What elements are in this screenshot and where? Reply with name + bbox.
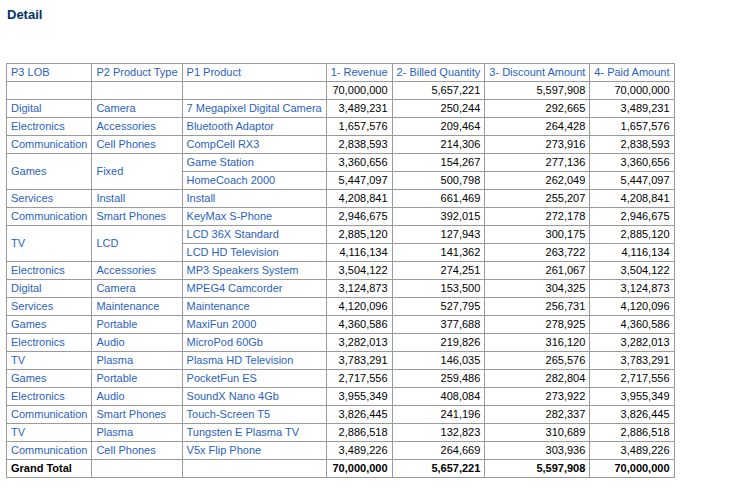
measure-cell: 265,576 bbox=[485, 352, 590, 370]
measure-cell: 661,469 bbox=[392, 190, 485, 208]
measure-cell: 2,886,518 bbox=[590, 424, 674, 442]
dimension-cell: MicroPod 60Gb bbox=[182, 334, 326, 352]
measure-cell: 5,447,097 bbox=[590, 172, 674, 190]
table-row: GamesPortableMaxiFun 20004,360,586377,68… bbox=[7, 316, 675, 334]
measure-cell: 5,597,908 bbox=[485, 82, 590, 100]
dimension-cell bbox=[92, 460, 182, 478]
measure-cell: 2,717,556 bbox=[590, 370, 674, 388]
dimension-cell: Touch-Screen T5 bbox=[182, 406, 326, 424]
measure-cell: 300,175 bbox=[485, 226, 590, 244]
dimension-cell: Maintenance bbox=[92, 298, 182, 316]
dimension-cell: LCD HD Television bbox=[182, 244, 326, 262]
measure-cell: 127,943 bbox=[392, 226, 485, 244]
dimension-cell: Plasma HD Television bbox=[182, 352, 326, 370]
measure-cell: 241,196 bbox=[392, 406, 485, 424]
measure-cell: 273,916 bbox=[485, 136, 590, 154]
measure-cell: 2,838,593 bbox=[590, 136, 674, 154]
dimension-cell: Install bbox=[182, 190, 326, 208]
measure-cell: 1,657,576 bbox=[326, 118, 392, 136]
measure-cell: 132,823 bbox=[392, 424, 485, 442]
dimension-cell: Plasma bbox=[92, 352, 182, 370]
table-row: CommunicationCell PhonesCompCell RX32,83… bbox=[7, 136, 675, 154]
dimension-cell: Install bbox=[92, 190, 182, 208]
table-row: DigitalCameraMPEG4 Camcorder3,124,873153… bbox=[7, 280, 675, 298]
measure-cell: 264,428 bbox=[485, 118, 590, 136]
dimension-cell: Games bbox=[7, 370, 92, 388]
dimension-cell: Services bbox=[7, 190, 92, 208]
measure-cell: 256,731 bbox=[485, 298, 590, 316]
measure-cell: 70,000,000 bbox=[326, 460, 392, 478]
dimension-cell: KeyMax S-Phone bbox=[182, 208, 326, 226]
measure-cell: 153,500 bbox=[392, 280, 485, 298]
dimension-cell: Grand Total bbox=[7, 460, 92, 478]
detail-table: P3 LOBP2 Product TypeP1 Product1- Revenu… bbox=[6, 63, 675, 478]
measure-cell: 2,946,675 bbox=[326, 208, 392, 226]
measure-cell: 3,489,231 bbox=[590, 100, 674, 118]
measure-cell: 259,486 bbox=[392, 370, 485, 388]
measure-cell: 262,049 bbox=[485, 172, 590, 190]
dimension-cell: MPEG4 Camcorder bbox=[182, 280, 326, 298]
dimension-cell: MaxiFun 2000 bbox=[182, 316, 326, 334]
dimension-cell: Games bbox=[7, 154, 92, 190]
dimension-cell: Communication bbox=[7, 208, 92, 226]
dimension-cell: Plasma bbox=[92, 424, 182, 442]
measure-cell: 3,504,122 bbox=[590, 262, 674, 280]
table-row: ServicesInstallInstall4,208,841661,46925… bbox=[7, 190, 675, 208]
measure-cell: 4,116,134 bbox=[590, 244, 674, 262]
measure-cell: 3,826,445 bbox=[590, 406, 674, 424]
dimension-cell: Fixed bbox=[92, 154, 182, 190]
dimension-cell: LCD bbox=[92, 226, 182, 262]
measure-cell: 2,946,675 bbox=[590, 208, 674, 226]
measure-cell: 3,783,291 bbox=[326, 352, 392, 370]
measure-cell: 303,936 bbox=[485, 442, 590, 460]
measure-cell: 3,124,873 bbox=[590, 280, 674, 298]
measure-cell: 4,120,096 bbox=[590, 298, 674, 316]
dimension-cell: Smart Phones bbox=[92, 208, 182, 226]
dimension-cell: Camera bbox=[92, 100, 182, 118]
column-header: P2 Product Type bbox=[92, 64, 182, 82]
dimension-cell: Communication bbox=[7, 136, 92, 154]
measure-cell: 377,688 bbox=[392, 316, 485, 334]
measure-cell: 274,251 bbox=[392, 262, 485, 280]
table-row: TVPlasmaPlasma HD Television3,783,291146… bbox=[7, 352, 675, 370]
measure-cell: 5,447,097 bbox=[326, 172, 392, 190]
dimension-cell: Audio bbox=[92, 334, 182, 352]
dimension-cell: Services bbox=[7, 298, 92, 316]
dimension-cell bbox=[7, 82, 92, 100]
column-header: 1- Revenue bbox=[326, 64, 392, 82]
measure-cell: 3,489,226 bbox=[590, 442, 674, 460]
dimension-cell: Communication bbox=[7, 442, 92, 460]
measure-cell: 500,798 bbox=[392, 172, 485, 190]
measure-cell: 250,244 bbox=[392, 100, 485, 118]
measure-cell: 392,015 bbox=[392, 208, 485, 226]
measure-cell: 2,886,518 bbox=[326, 424, 392, 442]
dimension-cell: Portable bbox=[92, 370, 182, 388]
measure-cell: 154,267 bbox=[392, 154, 485, 172]
measure-cell: 5,657,221 bbox=[392, 460, 485, 478]
measure-cell: 2,838,593 bbox=[326, 136, 392, 154]
measure-cell: 282,804 bbox=[485, 370, 590, 388]
measure-cell: 3,282,013 bbox=[590, 334, 674, 352]
measure-cell: 278,925 bbox=[485, 316, 590, 334]
measure-cell: 70,000,000 bbox=[326, 82, 392, 100]
measure-cell: 255,207 bbox=[485, 190, 590, 208]
measure-cell: 219,826 bbox=[392, 334, 485, 352]
dimension-cell: V5x Flip Phone bbox=[182, 442, 326, 460]
dimension-cell: Electronics bbox=[7, 262, 92, 280]
measure-cell: 5,597,908 bbox=[485, 460, 590, 478]
table-body: 70,000,0005,657,2215,597,90870,000,000Di… bbox=[7, 82, 675, 478]
dimension-cell: Games bbox=[7, 316, 92, 334]
dimension-cell: Tungsten E Plasma TV bbox=[182, 424, 326, 442]
table-row: GamesPortablePocketFun ES2,717,556259,48… bbox=[7, 370, 675, 388]
measure-cell: 3,783,291 bbox=[590, 352, 674, 370]
dimension-cell: Accessories bbox=[92, 118, 182, 136]
measure-cell: 273,922 bbox=[485, 388, 590, 406]
table-row: ServicesMaintenanceMaintenance4,120,0965… bbox=[7, 298, 675, 316]
measure-cell: 310,689 bbox=[485, 424, 590, 442]
dimension-cell: 7 Megapixel Digital Camera bbox=[182, 100, 326, 118]
table-row: GamesFixedGame Station3,360,656154,26727… bbox=[7, 154, 675, 172]
measure-cell: 316,120 bbox=[485, 334, 590, 352]
header-row: P3 LOBP2 Product TypeP1 Product1- Revenu… bbox=[7, 64, 675, 82]
measure-cell: 282,337 bbox=[485, 406, 590, 424]
dimension-cell: PocketFun ES bbox=[182, 370, 326, 388]
